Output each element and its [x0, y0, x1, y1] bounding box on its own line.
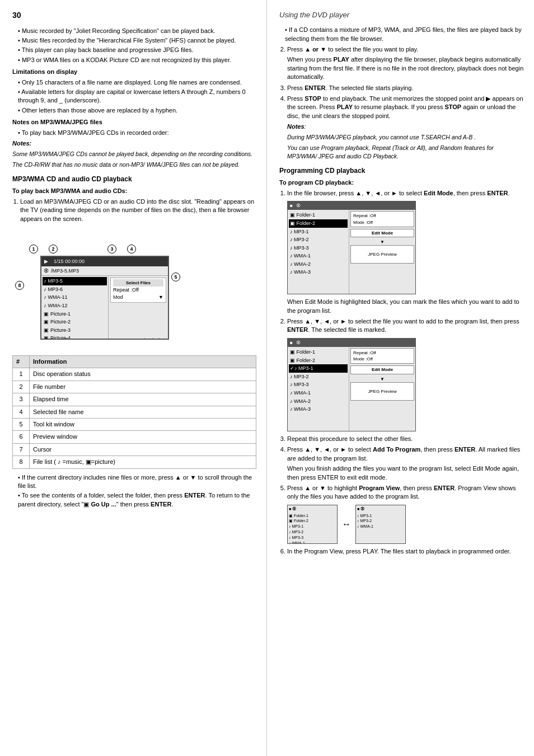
music-icon: ♪: [44, 294, 46, 301]
row-num: 7: [13, 443, 30, 456]
limitations-heading: Limitations on display: [12, 68, 256, 76]
prog-step4-text: Press ▲, ▼, ◄, or ► to select Add To Pro…: [287, 446, 520, 461]
music-playing-label: Music Playing: [134, 337, 165, 340]
right-top-item: If a CD contains a mixture of MP3, WMA, …: [285, 26, 524, 43]
prog-step6: In the Program View, press PLAY. The fil…: [287, 547, 524, 556]
music-item: ♪ WMA-1: [289, 252, 348, 260]
prog-screen-1: ■ ⦿ ▣ Folder-1 ▣ Folder-2 ♪ MP3-1 ♪ MP3-…: [287, 201, 416, 294]
file-item-5: ▣ Picture-1: [43, 310, 107, 318]
table-row: 2 File number: [13, 381, 256, 393]
prog-editmode-box2: Edit Mode: [350, 365, 414, 374]
bullet-item: Music files recorded by the "Hierarchica…: [18, 36, 256, 45]
prog-step3: Repeat this procedure to select the othe…: [287, 435, 524, 443]
music-item-checked: ✓♪ MP3-1: [289, 364, 348, 373]
prog-editmode-box: Edit Mode: [350, 229, 414, 237]
path-bar: ⦿ /MP3-5.MP3: [41, 266, 168, 276]
prog-step1-text: In the file browser, press ▲, ▼, ◄, or ►…: [287, 190, 510, 196]
prog-screen-2: ■ ⦿ ▣ Folder-1 ▣ Folder-2 ✓♪ MP3-1 ♪ MP3…: [287, 338, 416, 431]
table-header-num: #: [13, 356, 30, 368]
prog-repeat-box: Repeat :Off Mode :Off: [350, 211, 414, 227]
mod-row: Mod ▼: [113, 294, 163, 301]
circle-3: 3: [107, 245, 116, 253]
prog-step2-text: Press ▲, ▼, ◄, or ► to select the file y…: [287, 318, 519, 333]
small-screen-label: ■ ⦿: [289, 506, 336, 512]
prog-steps: In the file browser, press ▲, ▼, ◄, or ►…: [279, 189, 524, 556]
prog-screen2-top: ■ ⦿: [288, 339, 415, 347]
music-item: ♪ WMA-3: [289, 268, 348, 276]
prog-file-list-2: ▣ Folder-1 ▣ Folder-2 ✓♪ MP3-1 ♪ MP3-2 ♪…: [288, 347, 349, 431]
after-item-2: To see the contents of a folder, select …: [18, 491, 256, 509]
play-sub-title: To play back MP3/WMA and audio CDs:: [12, 187, 256, 195]
prog-step4-detail: When you finish adding the files you wan…: [287, 464, 524, 482]
top-bullet-list: Music recorded by "Joliet Recording Spec…: [12, 27, 256, 65]
notes-mp3-item: To play back MP3/WMA/JPEG CDs in recorde…: [18, 129, 256, 137]
notes-label-right: Notes:: [287, 123, 524, 131]
file-item-7: ▣ Picture-3: [43, 326, 107, 335]
mod-label: Mod: [113, 294, 123, 301]
row-num: 6: [13, 431, 30, 443]
step1: Load an MP3/WMA/JPEG CD or an audio CD i…: [20, 198, 256, 223]
step2: Press ▲ or ▼ to select the file you want…: [287, 45, 524, 82]
after-table-list: If the current directory includes nine f…: [12, 473, 256, 509]
music-icon: ♪: [44, 286, 46, 293]
path-text: /MP3-5.MP3: [51, 267, 79, 275]
file-counter: 1/15 00:00:00: [54, 258, 85, 265]
prog-mode2: Mode :Off: [353, 356, 411, 362]
step2-pre: Press: [287, 46, 303, 53]
prog-disc-icon4: ⦿: [296, 340, 301, 346]
dvd-screen-container: 1 2 3 4 5 6 7 8 ▶ 1/15 00:00:00 ⦿ /MP3-5…: [12, 228, 186, 351]
prog-step6-text: In the Program View, press PLAY. The fil…: [287, 548, 511, 555]
prog-step1: In the file browser, press ▲, ▼, ◄, or ►…: [287, 189, 524, 315]
bullet-item: This player can play back baseline and p…: [18, 46, 256, 54]
row-info: Tool kit window: [30, 418, 256, 430]
file-item-1: ♪ MP3-5: [43, 277, 107, 285]
step2-post: to select the file you want to play.: [328, 46, 418, 53]
prog-step5: Press ▲ or ▼ to highlight Program View, …: [287, 484, 524, 544]
limitations-list: Only 15 characters of a file name are di…: [12, 78, 256, 115]
table-header-info: Information: [30, 356, 256, 368]
notes-mp3-list: To play back MP3/WMA/JPEG CDs in recorde…: [12, 129, 256, 137]
circle-2: 2: [49, 245, 58, 253]
right-page-title: Using the DVD player: [279, 10, 349, 20]
table-row: 8 File list ( ♪ =music, ▣=picture): [13, 456, 256, 468]
row-info: Preview window: [30, 431, 256, 443]
small-screens: ■ ⦿ ▣ Folder-1 ▣ Folder-2 ♪ MP3-1 ♪ MP3-…: [287, 505, 524, 544]
music-item: ♪ MP3-3: [289, 381, 348, 389]
limit-item: Only 15 characters of a file name are di…: [18, 78, 256, 87]
table-row: 7 Cursor: [13, 443, 256, 456]
screen-top-bar: ▶ 1/15 00:00:00: [41, 257, 168, 266]
circle-4: 4: [127, 245, 136, 253]
music-item: ♪ WMA-1: [289, 389, 348, 397]
file-item-3: ♪ WMA-11: [43, 293, 107, 302]
table-row: 6 Preview window: [13, 431, 256, 443]
note-italic-2: You can use Program playback, Repeat (Tr…: [287, 144, 524, 160]
folder-item: ▣ Folder-1: [289, 211, 348, 219]
small-screen-content: ▣ Folder-1 ▣ Folder-2 ♪ MP3-1 ♪ MP3-2 ♪ …: [289, 513, 336, 544]
prog-disc-icon3: ■: [290, 340, 293, 346]
prog-mode: Mode :Off: [353, 219, 411, 226]
img-icon: ▣: [44, 311, 49, 318]
right-panel: Select Files Repeat :Off Mod ▼ Music Pla…: [109, 276, 168, 340]
music-item: ♪ WMA-2: [289, 260, 348, 269]
page-number: 30: [12, 10, 21, 21]
note-italic-1: During MP3/WMA/JPEG playback, you cannot…: [287, 133, 524, 142]
file-item-6: ▣ Picture-2: [43, 318, 107, 326]
note2-left: The CD-R/RW that has no music data or no…: [12, 161, 256, 169]
prog-right-2: Repeat :Off Mode :Off Edit Mode ▼ JPEG P…: [349, 347, 415, 431]
prog-screen1-top: ■ ⦿: [288, 201, 415, 210]
small-screen-content2: ♪ MP3-1 ♪ MP3-2 ♪ WMA-1: [357, 513, 404, 529]
music-item: ♪ MP3-2: [289, 236, 348, 244]
page-header: 30: [12, 10, 256, 21]
prog-repeat-box2: Repeat :Off Mode :Off: [350, 348, 414, 364]
row-num: 4: [13, 406, 30, 418]
prog-arrow2: ▼: [350, 376, 414, 382]
folder-item: ▣ Folder-1: [289, 348, 348, 356]
prog-step3-text: Repeat this procedure to select the othe…: [287, 435, 413, 442]
step3: Press ENTER. The selected file starts pl…: [287, 84, 524, 92]
prog-step1-detail: When Edit Mode is highlighted black, you…: [287, 298, 524, 315]
circle-1: 1: [29, 245, 38, 253]
after-item-1: If the current directory includes nine f…: [18, 473, 256, 491]
row-info: Selected file name: [30, 406, 256, 418]
table-row: 3 Elapsed time: [13, 393, 256, 406]
prog-screen2-body: ▣ Folder-1 ▣ Folder-2 ✓♪ MP3-1 ♪ MP3-2 ♪…: [288, 347, 415, 431]
